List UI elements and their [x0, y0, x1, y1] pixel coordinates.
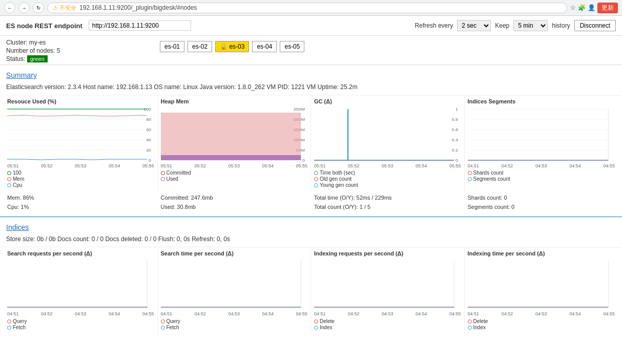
indices-seg-legend: Shards count Segments count — [468, 170, 615, 182]
nodes-label: Number of nodes: — [6, 47, 55, 54]
indexing-time-panel: Indexing time per second (Δ) 04:5104:520… — [465, 247, 618, 334]
indices-header[interactable]: Indices — [0, 219, 622, 233]
resource-chart-svg: 100 80 60 40 20 0 — [7, 106, 154, 163]
search-time-title: Search time per second (Δ) — [161, 250, 308, 256]
search-req-times: 04:5104:5204:5304:5404:55 — [7, 311, 154, 316]
node-button-es04[interactable]: es-04 — [252, 41, 277, 52]
history-label: history — [552, 22, 570, 29]
svg-text:0: 0 — [455, 158, 458, 163]
resource-stats: Mem: 86% Cpu: 1% — [4, 191, 158, 215]
cluster-name-row: Cluster: my-es — [6, 39, 119, 46]
node-buttons-container: es-01 es-02 🔒 es-03 es-04 es-05 — [119, 39, 304, 52]
top-bar-right: Refresh every 2 sec 5 sec 10 sec Keep 5 … — [415, 20, 616, 31]
keep-select[interactable]: 5 min 10 min 30 min — [513, 20, 548, 31]
svg-text:0: 0 — [302, 158, 305, 163]
mem-stat: Mem: 86% — [7, 194, 155, 203]
chart-stats-row: Mem: 86% Cpu: 1% Committed: 247.6mb Used… — [0, 191, 622, 215]
bottom-charts-grid: Search requests per second (Δ) 04:5104:5… — [0, 247, 622, 334]
search-time-panel: Search time per second (Δ) 04:5104:5204:… — [158, 247, 312, 334]
indexing-time-svg — [468, 259, 615, 310]
update-button[interactable]: 更新 — [597, 3, 618, 13]
search-time-svg — [161, 259, 308, 310]
svg-marker-20 — [161, 155, 301, 160]
node-button-es05[interactable]: es-05 — [280, 41, 304, 52]
indexing-time-legend: Delete Index — [468, 318, 615, 330]
heap-legend: Committed Used — [161, 170, 308, 182]
svg-text:250M: 250M — [293, 106, 304, 112]
resource-legend: 100 Mem Cpu — [7, 170, 154, 188]
browser-actions: ☆ 🧩 👤 更新 — [570, 3, 618, 13]
extension-icon: 🧩 — [578, 4, 586, 11]
search-req-title: Search requests per second (Δ) — [7, 250, 154, 256]
indices-segments-title: Indices Segments — [468, 98, 615, 104]
segments-stat: Segments count: 0 — [468, 203, 615, 212]
resource-chart-panel: Resouce Used (%) 100 80 60 40 20 0 — [4, 95, 158, 191]
svg-text:0: 0 — [149, 158, 151, 163]
endpoint-label: ES node REST endpoint — [6, 22, 82, 30]
nodes-count: 5 — [57, 47, 60, 54]
indexing-req-title: Indexing requests per second (Δ) — [314, 250, 461, 256]
indexing-time-labels: 04:5104:5204:5304:5404:55 — [468, 311, 615, 316]
summary-header[interactable]: Summary — [0, 67, 622, 81]
svg-text:0.4: 0.4 — [452, 137, 459, 142]
gc-time-stat: Total time (O/Y): 52ms / 229ms — [314, 194, 462, 203]
search-time-legend: Query Fetch — [161, 318, 308, 330]
gc-chart-area: 1 0.8 0.6 0.4 0.2 0 05:5105:5205:5305:54… — [314, 106, 461, 168]
heap-chart-title: Heap Mem — [161, 98, 308, 104]
profile-icon: 👤 — [588, 4, 595, 11]
seg-stats: Shards count: 0 Segments count: 0 — [465, 191, 618, 215]
indices-seg-time-labels: 04:5104:5204:5304:5404:55 — [468, 163, 615, 168]
indexing-req-svg — [314, 259, 461, 310]
status-label: Status: — [6, 55, 25, 62]
cluster-section: Cluster: my-es Number of nodes: 5 Status… — [0, 36, 622, 62]
disconnect-button[interactable]: Disconnect — [574, 20, 616, 31]
indices-segments-svg — [468, 106, 615, 163]
cluster-name: my-es — [29, 39, 46, 46]
gc-chart-panel: GC (Δ) 1 0.8 0.6 0.4 0.2 0 — [311, 95, 465, 191]
node-button-es02[interactable]: es-02 — [188, 41, 212, 52]
gc-time-labels: 05:5105:5205:5305:5405:55 — [314, 163, 461, 168]
refresh-label: Refresh every — [415, 22, 453, 29]
indexing-time-title: Indexing time per second (Δ) — [468, 250, 615, 256]
divider-1 — [0, 65, 622, 65]
back-button[interactable]: ← — [4, 2, 15, 13]
svg-text:1: 1 — [455, 106, 458, 112]
used-stat: Used: 30.8mb — [161, 203, 308, 212]
svg-marker-19 — [161, 113, 301, 160]
app-container: ES node REST endpoint Refresh every 2 se… — [0, 16, 622, 334]
warning-text: 不安全 — [59, 5, 76, 11]
indexing-req-times: 04:5104:5204:5304:5404:55 — [314, 311, 461, 316]
svg-text:0.8: 0.8 — [452, 117, 459, 122]
search-time-labels: 04:5104:5204:5304:5404:55 — [161, 311, 308, 316]
summary-info: Elasticsearch version: 2.3.4 Host name: … — [0, 81, 622, 95]
gc-chart-title: GC (Δ) — [314, 98, 461, 104]
node-button-es01[interactable]: es-01 — [160, 41, 184, 52]
indices-segments-chart-panel: Indices Segments 04:5104:5204:5304: — [465, 95, 618, 191]
svg-text:0.6: 0.6 — [452, 127, 459, 132]
top-bar: ES node REST endpoint Refresh every 2 se… — [0, 16, 622, 36]
shards-stat: Shards count: 0 — [468, 194, 615, 203]
gc-legend: Time both (sec) Old gen count Young gen … — [314, 170, 461, 188]
svg-text:0.2: 0.2 — [452, 147, 459, 153]
resource-chart-title: Resouce Used (%) — [7, 98, 154, 104]
cpu-stat: Cpu: 1% — [7, 203, 155, 212]
divider-2 — [0, 217, 622, 217]
keep-label: Keep — [495, 22, 509, 29]
node-button-es03[interactable]: 🔒 es-03 — [215, 41, 249, 52]
search-req-panel: Search requests per second (Δ) 04:5104:5… — [4, 247, 158, 334]
forward-button[interactable]: → — [18, 2, 30, 13]
nodes-count-row: Number of nodes: 5 — [6, 47, 119, 54]
endpoint-input[interactable] — [89, 20, 191, 31]
gc-count-stat: Total count (O/Y): 1 / 5 — [314, 203, 462, 212]
gc-chart-svg: 1 0.8 0.6 0.4 0.2 0 — [314, 106, 461, 163]
committed-stat: Committed: 247.6mb — [161, 194, 308, 203]
url-text: 192.168.1.11:9200/_plugin/bigdesk/#nodes — [79, 4, 197, 11]
indexing-req-legend: Delete Index — [314, 318, 461, 330]
status-badge: green — [27, 55, 48, 62]
refresh-select[interactable]: 2 sec 5 sec 10 sec — [457, 20, 491, 31]
heap-time-labels: 05:5105:5205:5305:5405:55 — [161, 163, 308, 168]
resource-chart-area: 100 80 60 40 20 0 — [7, 106, 154, 168]
heap-chart-panel: Heap Mem 250M 200M 150M 100M 50M 0 05:51… — [158, 95, 312, 191]
reload-button[interactable]: ↻ — [33, 2, 44, 13]
heap-chart-area: 250M 200M 150M 100M 50M 0 05:5105:5205:5… — [161, 106, 308, 168]
